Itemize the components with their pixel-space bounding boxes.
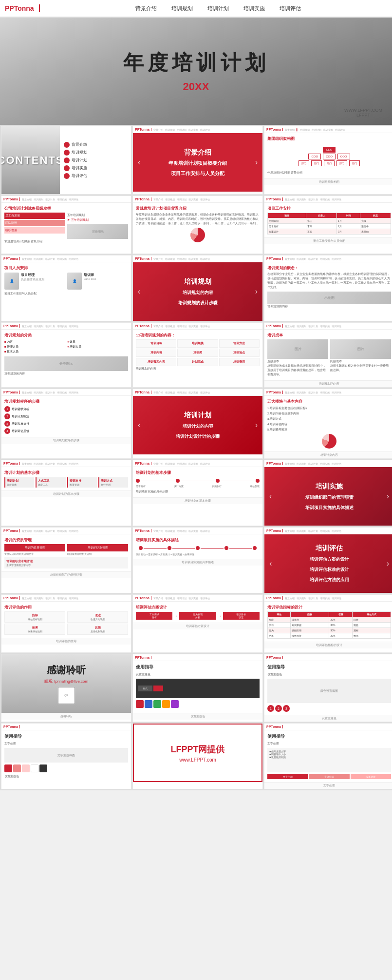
slide-label-3: 培训组织架构图 (264, 178, 392, 185)
guide-4-title: 使用指导 (267, 733, 391, 740)
text-swatch-2 (13, 764, 21, 772)
eval-design-1-body: 培训评估方案设计 工作要求分析 → 行为表现分析 → 培训目标设定 (133, 602, 262, 623)
step-num-4: 4 (4, 428, 10, 434)
nav-item-3[interactable]: 培训计划 (207, 5, 229, 12)
slide-label-30: 文字处理 (264, 782, 392, 789)
prev-arrow-14[interactable]: ‹ (138, 421, 140, 430)
person-name-2: 培训师 (84, 273, 128, 277)
next-arrow-14[interactable]: › (255, 421, 258, 430)
org-l2-3: COO (337, 154, 350, 159)
eval-flow: 工作要求分析 → 行为表现分析 → 培训目标设定 (136, 612, 260, 620)
step-2: 2 培训计划制定 (4, 413, 128, 419)
guide-3-title: 使用指导 (4, 733, 128, 740)
red-tag-2: 团队建设 (4, 220, 65, 226)
slide-label-20: 培训项目实施的具体描述 (133, 559, 262, 566)
impl-line-2 (172, 548, 195, 549)
slide-header-3: PPTonna 背景介绍▌ 培训规划 培训计划 培训实施 培训评估 (264, 126, 392, 133)
tl-dot-1 (136, 479, 140, 483)
slide-header-21: PPTonna 背景介绍培训规划培训计划培训实施培训评估 (264, 528, 392, 534)
brand-logo: PPTonna (5, 4, 40, 12)
module-3: 3.培训方式 (267, 417, 391, 421)
slide-label-thanks: 感谢聆听 (1, 713, 131, 720)
slide-header-24: PPTonna 背景介绍培训规划培训计划培训实施培训评估 (264, 595, 392, 602)
training-cost-title: 培训成本 (267, 333, 391, 338)
cost-img-2: 图片 (330, 339, 391, 359)
slide-label-19: 培训组织部门的管理职责 (1, 571, 131, 578)
slide-label-12: 培训规划的内容 (264, 380, 392, 387)
slide-label-16: 培训计划的基本步骤 (1, 490, 131, 497)
toolbar-btn: 格式 (138, 686, 152, 691)
guide-1-body: 使用指导 设置主题色 格式 (133, 661, 262, 713)
next-arrow[interactable]: › (255, 158, 258, 167)
color-swatches (136, 700, 260, 708)
contents-icon-5 (64, 173, 70, 179)
guide-4-steps: 文字主题 字体样式 段落处理 (267, 774, 391, 779)
slide-header-9: PPTonna 背景介绍培训规划培训计划培训实施培训评估 (264, 255, 392, 262)
qualification-body: 培训的资质管理 培训的资质管理 资质认证标准相关说明文字 培训的职业管理 职业发… (1, 534, 131, 571)
slide-label-15: 培训计划内容 (264, 451, 392, 458)
guide-2-body: 使用指导 设置主题色 颜色设置截图 1 2 3 (264, 661, 392, 715)
slide-plan-concept: PPTonna 背景介绍培训规划培训计划培训实施培训评估 培训规划的概念： 在培… (264, 255, 392, 321)
next-arrow-8[interactable]: › (255, 287, 258, 296)
next-arrow-21[interactable]: › (387, 559, 389, 568)
slide-header-18: PPTonna 背景介绍培训规划培训计划培训实施培训评估 (264, 460, 392, 467)
next-arrow-18[interactable]: › (387, 492, 389, 501)
hero-watermark: WWW.LFPPT.COM LFPPT (344, 108, 382, 118)
contents-item-4: 培训实施 (64, 165, 127, 171)
prev-arrow-18[interactable]: ‹ (269, 492, 272, 501)
slide-training-plan-red: PPTonna 背景介绍培训规划培训计划培训实施培训评估 ‹ 培训规划培训规划的… (132, 255, 263, 321)
contents-item-3: 培训计划 (64, 157, 127, 163)
training-schedule-title: 培训计划培训计划的内容培训计划设计计的步骤 (144, 410, 251, 441)
nav-item-5[interactable]: 培训评估 (280, 5, 301, 12)
slide-eval-role: PPTonna 背景介绍培训规划培训计划培训实施培训评估 培训评估的作用 指标 … (1, 594, 131, 653)
category-chart: 分类图示 (4, 356, 128, 371)
contents-item-5: 培训评估 (64, 173, 127, 179)
mini-brand-3: PPTonna (266, 128, 283, 131)
personnel-footer: 项目工作安排与人员分配 (4, 292, 128, 296)
text-guide-content: ■ 使用主题文字 ■ 调整字体大小 ■ 设置段落间距 (267, 748, 391, 772)
nav-item-2[interactable]: 培训规划 (171, 5, 193, 12)
module-4: 4.培训评估内容 (267, 422, 391, 427)
slide-header-23: PPTonna 背景介绍培训规划培训计划培训实施培训评估 (133, 595, 262, 602)
qual-extra: 培训的职业永续管理 永续管理说明文字内容 (4, 557, 128, 568)
eval-item-4: 反馈 反馈机制说明 (67, 624, 128, 635)
prev-arrow-8[interactable]: ‹ (138, 287, 140, 296)
slide-header-7: PPTonna 背景介绍培训规划培训计划培训实施培训评估 (1, 255, 131, 262)
plan-category-body: 培训规划的分类 ■ 内容 ■ 管理人员 ■ 技术人员 ● 效果 ● 培训人员 分… (1, 330, 131, 379)
items-grid: 培训目标 培训规模 培训方法 培训内容 培训师 培训地点 培训费和内容 计划完成… (136, 339, 260, 366)
step-1: 1 培训需求分析 (4, 406, 128, 412)
org-chart-title: 集团组织架构图 (267, 136, 391, 141)
person-name-1: 项目经理 (21, 273, 65, 277)
nav-item-4[interactable]: 培训实施 (243, 5, 265, 12)
impl-dot-5 (253, 546, 257, 550)
plan-steps-title: 培训规划程序的步骤 (4, 399, 128, 404)
items-footer: 培训规划的内容 (136, 367, 260, 371)
watermark-url: WWW.LFPPT.COM (344, 108, 382, 113)
bg-intro-carousel: ‹ 背景介绍年度培训计划项目概要介绍项目工作安排与人员分配 › (133, 133, 262, 192)
prev-arrow-21[interactable]: ‹ (269, 559, 272, 568)
slide-label-6: 重点工作安排与人员分配 (264, 237, 392, 244)
org-l3-5: 部门 (349, 160, 360, 166)
guide-screenshot: 颜色设置截图 (267, 679, 391, 703)
guide-4-body: 使用指导 文字处理 ■ 使用主题文字 ■ 调整字体大小 ■ 设置段落间距 文字主… (264, 730, 392, 782)
slide-label-22: 培训评估的作用 (1, 638, 131, 645)
item-2: 培训规模 (177, 339, 218, 348)
prev-arrow[interactable]: ‹ (138, 158, 140, 167)
slide-eval-design-1: PPTonna 背景介绍培训规划培训计划培训实施培训评估 培训评估方案设计 工作… (132, 594, 263, 653)
text-swatch-3 (22, 764, 30, 772)
step-num-3: 3 (4, 421, 10, 427)
slide-header-10: PPTonna 背景介绍培训规划培训计划培训实施培训评估 (1, 323, 131, 330)
org-top: CEO (323, 147, 335, 153)
contents-icon-4 (64, 165, 70, 171)
hero-title: 年度培训计划 (123, 49, 269, 77)
item-7: 培训费和内容 (136, 358, 176, 366)
slide-training-cost: PPTonna 背景介绍培训规划培训计划培训实施培训评估 培训成本 图片 直接成… (264, 322, 392, 388)
timeline-steps (136, 477, 260, 485)
swatch-purple (171, 700, 179, 708)
nav-item-1[interactable]: 背景介绍 (135, 5, 157, 12)
plan-concept-body: 培训规划的概念： 在培训班分专业组分，从企业业务发展的战略的需求出发，根据企业各… (264, 262, 392, 312)
impl-dot-3 (196, 546, 200, 550)
guide-step-2: 2 (275, 705, 282, 712)
tl-line-2 (181, 481, 215, 481)
hero-section: 年度培训计划 20XX WWW.LFPPT.COM LFPPT (0, 18, 392, 125)
